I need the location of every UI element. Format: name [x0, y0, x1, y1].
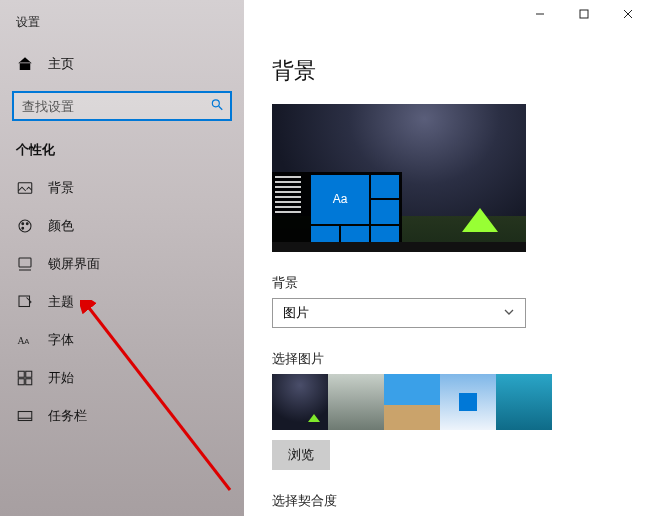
sidebar-item-lockscreen[interactable]: 锁屏界面	[0, 245, 244, 283]
svg-rect-12	[18, 371, 24, 377]
sidebar-item-colors[interactable]: 颜色	[0, 207, 244, 245]
svg-point-3	[19, 220, 31, 232]
svg-point-5	[26, 223, 28, 225]
search-input[interactable]	[12, 91, 232, 121]
page-title: 背景	[272, 56, 622, 86]
sidebar-item-start[interactable]: 开始	[0, 359, 244, 397]
svg-rect-7	[19, 258, 31, 267]
palette-icon	[16, 217, 34, 235]
svg-point-4	[22, 223, 24, 225]
main-pane: 背景 Aa 背景 图片 选择图片	[244, 0, 650, 516]
sidebar-item-label: 颜色	[48, 217, 74, 235]
picture-thumb[interactable]	[496, 374, 552, 430]
picture-icon	[16, 179, 34, 197]
dropdown-value: 图片	[283, 304, 309, 322]
svg-point-6	[22, 227, 24, 229]
preview-start-panel: Aa	[272, 172, 402, 252]
svg-text:A: A	[18, 335, 25, 346]
close-button[interactable]	[606, 0, 650, 28]
titlebar	[518, 0, 650, 28]
chevron-down-icon	[503, 306, 515, 320]
home-button[interactable]: 主页	[0, 47, 244, 81]
sidebar-item-label: 开始	[48, 369, 74, 387]
sidebar-item-label: 主题	[48, 293, 74, 311]
themes-icon	[16, 293, 34, 311]
picture-thumbnails	[272, 374, 622, 430]
fonts-icon: AA	[16, 331, 34, 349]
picture-thumb[interactable]	[440, 374, 496, 430]
background-type-label: 背景	[272, 274, 622, 292]
sidebar-item-label: 锁屏界面	[48, 255, 100, 273]
sidebar-item-label: 任务栏	[48, 407, 87, 425]
browse-button[interactable]: 浏览	[272, 440, 330, 470]
lockscreen-icon	[16, 255, 34, 273]
svg-rect-9	[19, 296, 30, 307]
fit-label: 选择契合度	[272, 492, 622, 510]
sidebar: 设置 主页 个性化 背景 颜色 锁屏界面 主题 AA 字体 开始	[0, 0, 244, 516]
preview-tile-aa: Aa	[311, 175, 369, 224]
svg-text:A: A	[24, 337, 29, 346]
home-icon	[16, 55, 34, 73]
maximize-button[interactable]	[562, 0, 606, 28]
section-label: 个性化	[0, 135, 244, 169]
svg-rect-13	[26, 371, 32, 377]
choose-picture-label: 选择图片	[272, 350, 622, 368]
svg-rect-16	[18, 412, 32, 421]
search-container	[12, 91, 232, 121]
desktop-preview: Aa	[272, 104, 526, 252]
preview-taskbar	[272, 242, 526, 252]
picture-thumb[interactable]	[384, 374, 440, 430]
sidebar-item-label: 字体	[48, 331, 74, 349]
sidebar-item-themes[interactable]: 主题	[0, 283, 244, 321]
svg-rect-14	[18, 379, 24, 385]
svg-rect-19	[580, 10, 588, 18]
minimize-button[interactable]	[518, 0, 562, 28]
sidebar-item-fonts[interactable]: AA 字体	[0, 321, 244, 359]
sidebar-item-label: 背景	[48, 179, 74, 197]
svg-rect-15	[26, 379, 32, 385]
sidebar-item-background[interactable]: 背景	[0, 169, 244, 207]
home-label: 主页	[48, 55, 74, 73]
picture-thumb[interactable]	[272, 374, 328, 430]
background-type-dropdown[interactable]: 图片	[272, 298, 526, 328]
start-icon	[16, 369, 34, 387]
taskbar-icon	[16, 407, 34, 425]
app-title: 设置	[0, 10, 244, 47]
sidebar-item-taskbar[interactable]: 任务栏	[0, 397, 244, 435]
picture-thumb[interactable]	[328, 374, 384, 430]
